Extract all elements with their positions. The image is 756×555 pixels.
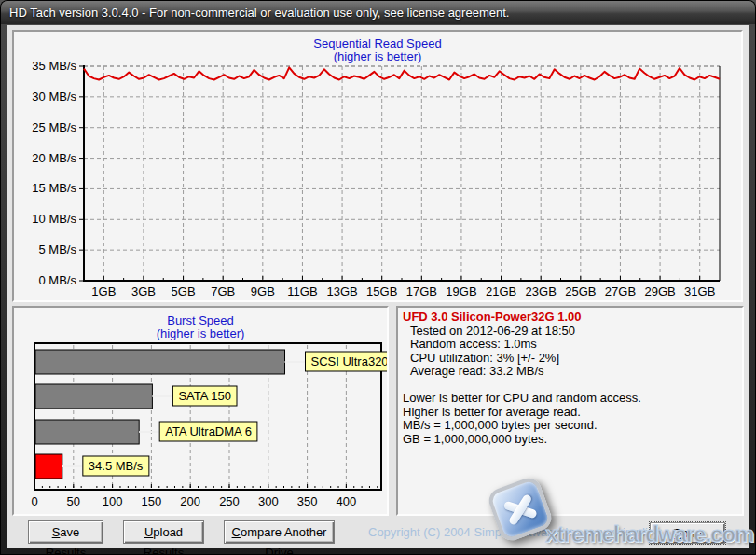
burst-speed-chart: 050100150200250300350400SCSI Ultra320SAT… [14, 308, 387, 514]
svg-text:150: 150 [142, 494, 162, 508]
svg-text:29GB: 29GB [644, 284, 675, 298]
svg-text:20 MB/s: 20 MB/s [32, 151, 76, 165]
sequential-read-panel: Sequential Read Speed (higher is better)… [12, 30, 743, 302]
svg-text:30 MB/s: 30 MB/s [32, 90, 76, 104]
svg-text:250: 250 [219, 494, 240, 508]
svg-text:5GB: 5GB [172, 284, 196, 298]
svg-text:15GB: 15GB [366, 284, 397, 298]
svg-text:35 MB/s: 35 MB/s [32, 59, 76, 73]
svg-text:SCSI Ultra320: SCSI Ultra320 [311, 354, 387, 368]
compare-another-drive-button[interactable]: Compare Another Drive [224, 520, 335, 544]
average-read: Average read: 33.2 MB/s [403, 365, 737, 379]
window-title: HD Tach version 3.0.4.0 - For non-commer… [9, 6, 509, 20]
svg-text:1GB: 1GB [91, 284, 116, 298]
svg-text:27GB: 27GB [605, 284, 636, 298]
note-line: GB = 1,000,000,000 bytes. [403, 433, 737, 447]
svg-text:19GB: 19GB [446, 284, 476, 298]
hd-tach-window: HD Tach version 3.0.4.0 - For non-commer… [0, 0, 756, 555]
svg-text:21GB: 21GB [486, 284, 516, 298]
svg-text:17GB: 17GB [406, 284, 437, 298]
client-area: Sequential Read Speed (higher is better)… [7, 25, 749, 548]
svg-text:100: 100 [103, 494, 123, 508]
drive-name: UFD 3.0 Silicon-Power32G 1.00 [403, 311, 737, 325]
svg-text:23GB: 23GB [526, 284, 557, 298]
svg-text:7GB: 7GB [211, 284, 235, 298]
burst-speed-panel: Burst Speed (higher is better) 050100150… [12, 306, 389, 516]
svg-text:300: 300 [258, 494, 279, 508]
svg-text:3GB: 3GB [131, 284, 156, 298]
svg-text:350: 350 [297, 494, 318, 508]
done-button[interactable]: Done [649, 521, 726, 545]
svg-text:9GB: 9GB [251, 284, 275, 298]
svg-text:400: 400 [337, 494, 357, 508]
cpu-utilization: CPU utilization: 3% [+/- 2%] [403, 352, 737, 366]
svg-text:11GB: 11GB [287, 284, 317, 298]
svg-text:50: 50 [67, 494, 80, 508]
svg-text:25GB: 25GB [565, 284, 596, 298]
svg-text:15 MB/s: 15 MB/s [32, 181, 76, 195]
svg-text:31GB: 31GB [684, 284, 715, 298]
svg-text:200: 200 [180, 494, 200, 508]
note-line: Lower is better for CPU and random acces… [403, 392, 737, 406]
svg-text:0: 0 [31, 494, 37, 508]
svg-text:5 MB/s: 5 MB/s [39, 243, 77, 257]
upload-results-button[interactable]: Upload Results [123, 520, 204, 544]
svg-text:0 MB/s: 0 MB/s [39, 273, 77, 287]
svg-text:10 MB/s: 10 MB/s [32, 212, 76, 226]
spacer [403, 379, 737, 392]
svg-text:34.5 MB/s: 34.5 MB/s [89, 459, 144, 473]
svg-text:13GB: 13GB [326, 284, 357, 298]
tested-on: Tested on 2012-06-29 at 18:50 [403, 325, 737, 339]
random-access: Random access: 1.0ms [403, 338, 737, 352]
note-line: MB/s = 1,000,000 bytes per second. [403, 419, 737, 433]
svg-text:SATA 150: SATA 150 [178, 389, 231, 403]
sequential-read-chart: 0 MB/s5 MB/s10 MB/s15 MB/s20 MB/s25 MB/s… [14, 32, 741, 300]
save-results-button[interactable]: Save Results [28, 520, 103, 544]
drive-info-panel: UFD 3.0 Silicon-Power32G 1.00 Tested on … [396, 306, 744, 516]
note-line: Higher is better for average read. [403, 406, 737, 420]
svg-text:ATA UltraDMA 6: ATA UltraDMA 6 [165, 424, 252, 438]
title-bar[interactable]: HD Tach version 3.0.4.0 - For non-commer… [1, 1, 755, 24]
svg-text:25 MB/s: 25 MB/s [32, 120, 76, 134]
